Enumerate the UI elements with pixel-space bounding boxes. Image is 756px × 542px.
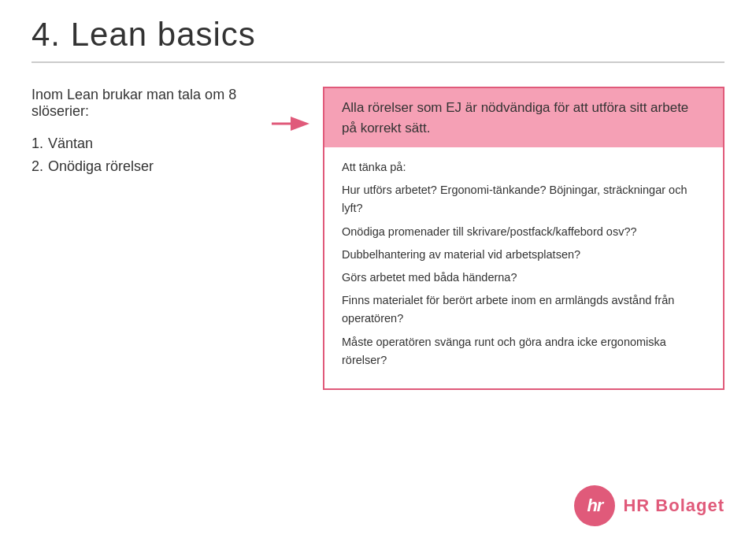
list-item-2: 2. Onödiga rörelser	[32, 158, 252, 175]
content-area: Inom Lean brukar man tala om 8 slöserier…	[32, 87, 724, 390]
info-point-1: Hur utförs arbetet? Ergonomi-tänkande? B…	[342, 181, 706, 217]
left-section: Inom Lean brukar man tala om 8 slöserier…	[32, 87, 268, 181]
info-box-body: Att tänka på: Hur utförs arbetet? Ergono…	[342, 158, 706, 369]
title-section: 4. Lean basics	[32, 16, 724, 63]
list-item-1: 1. Väntan	[32, 136, 252, 152]
info-box-header: Alla rörelser som EJ är nödvändiga för a…	[324, 88, 723, 147]
info-point-6: Måste operatören svänga runt och göra an…	[342, 333, 706, 369]
info-point-5: Finns materialet för berört arbete inom …	[342, 291, 706, 328]
logo-text-part1: HR	[623, 496, 650, 515]
intro-text: Inom Lean brukar man tala om 8 slöserier…	[32, 87, 252, 120]
right-section: Alla rörelser som EJ är nödvändiga för a…	[323, 87, 724, 390]
info-box-header-text: Alla rörelser som EJ är nödvändiga för a…	[342, 98, 706, 138]
arrow-area	[268, 87, 315, 138]
info-point-4: Görs arbetet med båda händerna?	[342, 269, 706, 287]
logo-text-part2: Bolaget	[650, 496, 724, 515]
info-label: Att tänka på:	[342, 158, 706, 176]
page-container: 4. Lean basics Inom Lean brukar man tala…	[0, 0, 756, 542]
list-number-2: 2.	[32, 158, 43, 175]
info-point-3: Dubbelhantering av material vid arbetspl…	[342, 246, 706, 264]
list-text-1: Väntan	[48, 136, 93, 152]
page-title: 4. Lean basics	[32, 16, 724, 54]
logo-text: HR Bolaget	[623, 496, 724, 516]
logo-circle: hr	[574, 485, 615, 526]
info-point-2: Onödiga promenader till skrivare/postfac…	[342, 223, 706, 241]
arrow-icon	[270, 110, 313, 138]
logo-circle-text: hr	[587, 496, 602, 516]
info-box: Alla rörelser som EJ är nödvändiga för a…	[323, 87, 724, 390]
list-text-2: Onödiga rörelser	[48, 158, 154, 175]
logo-area: hr HR Bolaget	[574, 485, 724, 526]
list-number-1: 1.	[32, 136, 43, 152]
